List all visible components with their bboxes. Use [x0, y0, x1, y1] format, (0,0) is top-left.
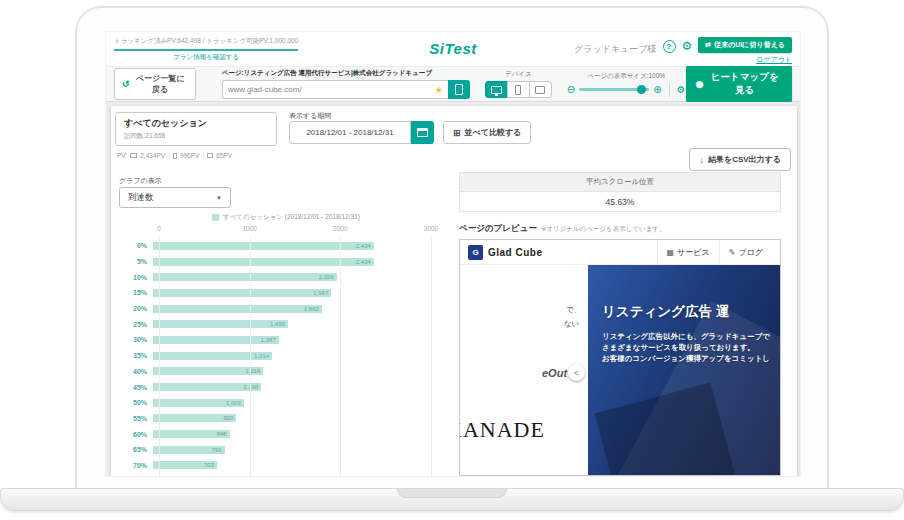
row-label: 20% [115, 305, 153, 312]
zoom-in-icon[interactable]: ⊕ [653, 85, 661, 95]
bar: 920 [153, 414, 236, 422]
gridline [250, 237, 251, 476]
desktop-icon [491, 86, 502, 94]
help-icon[interactable]: ? [663, 40, 676, 53]
back-to-page-list-button[interactable]: ↺ ページ一覧に戻る [114, 68, 196, 100]
chart-row: 30%1,387 [115, 332, 455, 348]
chart-row: 15%1,967 [115, 285, 455, 301]
bar-value: 791 [212, 447, 222, 453]
bar-value: 703 [204, 462, 214, 468]
switch-ui-button[interactable]: ⇄ 従来のUIに切り替える [698, 37, 792, 53]
favorite-star-icon[interactable]: ★ [435, 85, 443, 95]
cropped-text: で、 [566, 305, 581, 315]
compare-icon: ⊞ [453, 128, 461, 138]
tracking-block: トラッキング済みPV:642,498 / トラッキング可能PV:1,000,00… [114, 37, 298, 62]
logout-link[interactable]: ログアウト [756, 55, 792, 65]
chart-row: 25%1,490 [115, 316, 455, 332]
graph-display-label: グラフの表示 [119, 176, 162, 186]
compare-button-label: 並べて比較する [465, 127, 522, 138]
average-scroll-panel: 平均スクロール位置 45.63% [459, 172, 781, 212]
bar-value: 1,314 [254, 353, 269, 359]
settings-gear-icon[interactable]: ⚙ [682, 39, 693, 53]
chart-legend: すべてのセッション (2018/12/01 - 2018/12/31) [121, 213, 451, 222]
device-tablet-button[interactable] [529, 81, 552, 98]
zoom-slider[interactable] [579, 88, 649, 91]
bar: 791 [153, 446, 225, 454]
plan-info-link[interactable]: プラン情報を確認する [114, 53, 298, 62]
bar-value: 2,434 [356, 259, 371, 265]
csv-export-button[interactable]: ↓ 結果をCSV出力する [689, 148, 791, 171]
segment-selector[interactable]: すべてのセッション 訪問数:21,658 [115, 112, 277, 146]
row-label: 0% [115, 242, 153, 249]
gridline [431, 237, 432, 476]
kanade-logo: KANADE [460, 417, 545, 443]
row-label: 70% [115, 462, 153, 469]
preview-nav-service[interactable]: ▦ サービス [657, 240, 719, 264]
device-group: デバイス [485, 70, 552, 98]
url-input[interactable]: www.glad-cube.com/ ★ [222, 80, 448, 99]
hero-image [588, 265, 780, 476]
zoom-label: ページの表示サイズ:100% [587, 72, 665, 81]
laptop-frame: トラッキング済みPV:642,498 / トラッキング可能PV:1,000,00… [75, 6, 829, 488]
tradeout-logo-fragment: eOut [542, 367, 567, 379]
back-button-label: ページ一覧に戻る [133, 73, 188, 95]
grid-icon: ▦ [667, 248, 675, 257]
gridline [159, 237, 160, 476]
url-value: www.glad-cube.com/ [228, 85, 302, 94]
calendar-button[interactable] [411, 121, 434, 144]
view-heatmap-button[interactable]: ◉ ヒートマップを見る [686, 65, 792, 103]
report-card: すべてのセッション 訪問数:21,658 PV: 2,434PV | 996PV… [111, 106, 797, 476]
legend-swatch [212, 214, 219, 221]
graph-select-value: 到達数 [128, 192, 154, 204]
bar-value: 1,967 [313, 290, 328, 296]
page-detail-button[interactable] [448, 80, 470, 99]
date-range-input[interactable]: 2018/12/01 - 2018/12/31 [289, 121, 411, 144]
bar-value: 1,862 [304, 306, 319, 312]
separator: | [202, 152, 204, 159]
nav-blog-label: ブログ [738, 247, 763, 258]
bar: 846 [153, 430, 230, 438]
mobile-icon [515, 85, 521, 95]
calendar-icon [417, 128, 428, 137]
chart-row: 10%2,026 [115, 269, 455, 285]
bar-value: 2,434 [356, 243, 371, 249]
page-title: ページ:リスティング広告 運用代行サービス|株式会社グラッドキューブ [222, 69, 470, 78]
preview-site-header: G Glad Cube ▦ サービス ✎ ブログ [460, 240, 780, 265]
main-area: すべてのセッション 訪問数:21,658 PV: 2,434PV | 996PV… [106, 102, 801, 477]
bar: 1,387 [153, 336, 279, 344]
device-mobile-button[interactable] [507, 81, 530, 98]
nav-service-label: サービス [677, 247, 710, 258]
graph-type-select[interactable]: 到達数 ▼ [119, 187, 231, 208]
app-header: トラッキング済みPV:642,498 / トラッキング可能PV:1,000,00… [106, 32, 800, 66]
chart-row: 40%1,216 [115, 364, 455, 380]
bar: 1,862 [153, 305, 322, 313]
preview-nav-blog[interactable]: ✎ ブログ [719, 240, 772, 264]
pv-summary: PV: 2,434PV | 996PV | 65PV [117, 152, 232, 159]
account-name: グラッドキューブ様 [574, 43, 656, 56]
pv-tablet-value: 65PV [216, 152, 232, 159]
hero-line: さまざまなサービスを取り扱っております。 [602, 342, 770, 353]
row-label: 65% [115, 446, 153, 453]
sitest-logo: SiTest [429, 40, 476, 57]
compare-button[interactable]: ⊞ 並べて比較する [443, 121, 531, 144]
average-scroll-header: 平均スクロール位置 [459, 172, 781, 192]
device-desktop-button[interactable] [485, 81, 508, 98]
zoom-gear-icon[interactable]: ⚙ [677, 85, 686, 95]
zoom-group: ページの表示サイズ:100% ⊖ ⊕ ⚙ [567, 72, 686, 97]
url-row: www.glad-cube.com/ ★ [222, 80, 470, 99]
preview-title-row: ページのプレビュー ※オリジナルのページを表示しています。 [459, 223, 666, 235]
x-tick-label: 2000 [333, 225, 347, 232]
laptop-base-notch [397, 489, 507, 498]
mobile-icon [173, 153, 177, 159]
carousel-prev-button[interactable]: < [568, 364, 585, 381]
bar-value: 920 [223, 415, 233, 421]
bar: 1,216 [153, 367, 263, 375]
chart-row: 55%920 [115, 411, 455, 427]
gladcube-logo: G [468, 245, 483, 260]
site-name: Glad Cube [488, 247, 543, 258]
bar: 1,967 [153, 289, 331, 297]
zoom-out-icon[interactable]: ⊖ [567, 85, 575, 95]
row-label: 40% [115, 368, 153, 375]
csv-button-label: 結果をCSV出力する [708, 154, 781, 165]
zoom-slider-thumb[interactable] [637, 85, 646, 94]
